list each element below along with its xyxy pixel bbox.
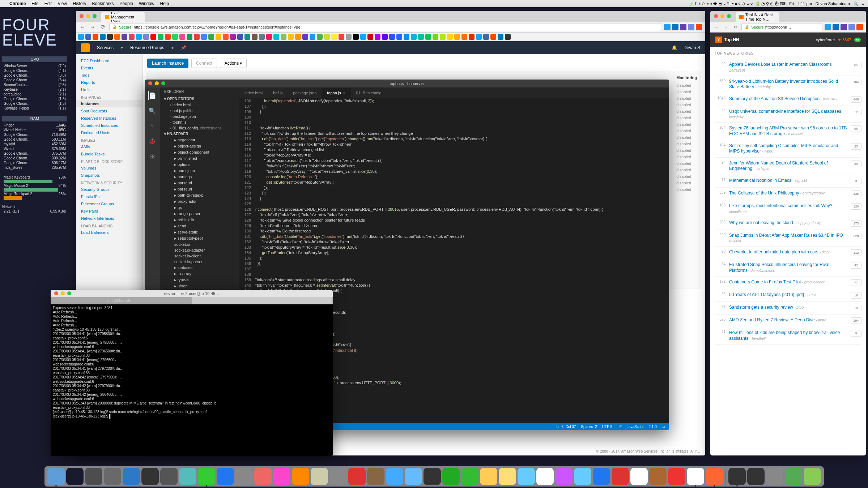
story-title[interactable]: Mathematical Notation in Emacs bbox=[729, 178, 791, 183]
back-button[interactable]: ← bbox=[79, 23, 86, 31]
menu-window[interactable]: Window bbox=[139, 1, 154, 6]
bookmark-icon[interactable] bbox=[165, 34, 171, 40]
story-title[interactable]: Containers Come to Firefox Test Pilot bbox=[729, 279, 801, 284]
file-tree-item[interactable]: ▸ qs bbox=[160, 205, 239, 211]
sidebar-item-network-interfaces[interactable]: Network Interfaces bbox=[76, 215, 142, 222]
open-editor-item[interactable]: ◦ 01_files.config .ebextensions bbox=[160, 125, 239, 131]
bookmark-icon[interactable] bbox=[382, 34, 388, 40]
dock-app-icon[interactable] bbox=[47, 468, 65, 485]
bookmark-icon[interactable] bbox=[396, 34, 402, 40]
sidebar-item-snapshots[interactable]: Snapshots bbox=[76, 172, 142, 179]
sidebar-item-load-balancers[interactable]: Load Balancers bbox=[76, 229, 142, 236]
file-tree-item[interactable]: ▸ on-finished bbox=[160, 155, 239, 162]
menubar-time[interactable]: 4:11 pm bbox=[797, 1, 812, 6]
menu-view[interactable]: View bbox=[58, 1, 67, 6]
dock-app-icon[interactable] bbox=[85, 468, 102, 485]
story-comments[interactable]: 112 bbox=[851, 249, 861, 256]
file-tree-item[interactable]: ▸ send bbox=[160, 223, 239, 229]
hn-logo-icon[interactable]: Y bbox=[715, 37, 722, 43]
story-comments[interactable]: 85 bbox=[851, 62, 861, 68]
bookmark-icon[interactable] bbox=[433, 34, 438, 40]
bookmark-icon[interactable] bbox=[288, 34, 294, 40]
sidebar-item-bundle-tasks[interactable]: Bundle Tasks bbox=[76, 150, 142, 158]
dock-app-icon[interactable] bbox=[785, 468, 802, 485]
editor-tab[interactable]: hnf.js bbox=[268, 87, 288, 98]
story-title[interactable]: 94-year-old Lithium-Ion Battery Inventor… bbox=[729, 79, 838, 90]
dock-app-icon[interactable] bbox=[424, 468, 441, 485]
encoding[interactable]: UTF-8 bbox=[602, 425, 612, 429]
bookmark-icon[interactable] bbox=[100, 34, 106, 40]
bookmark-icon[interactable] bbox=[216, 34, 221, 40]
bookmark-icon[interactable] bbox=[129, 34, 135, 40]
resource-groups-menu[interactable]: Resource Groups bbox=[130, 45, 164, 50]
bookmark-icon[interactable] bbox=[244, 34, 250, 40]
menu-edit[interactable]: Edit bbox=[44, 1, 52, 6]
story-comments[interactable]: 294 bbox=[851, 317, 861, 324]
back-button[interactable]: ← bbox=[713, 23, 720, 31]
story-row[interactable]: 35 50 Years of APL Datatypes (2016) [pdf… bbox=[715, 289, 861, 302]
close-tab-icon[interactable]: × bbox=[343, 91, 345, 95]
bookmark-icon[interactable] bbox=[122, 34, 127, 40]
menubar-user[interactable]: Devan Sabaratnam bbox=[816, 1, 850, 6]
story-comments[interactable]: 3 bbox=[851, 178, 861, 184]
dock-app-icon[interactable] bbox=[728, 468, 746, 485]
story-comments[interactable]: 120 bbox=[851, 203, 861, 210]
extension-icon[interactable] bbox=[664, 24, 671, 30]
dock-app-icon[interactable] bbox=[804, 468, 821, 485]
forward-button[interactable]: → bbox=[723, 23, 730, 31]
story-title[interactable]: Selfie: tiny self-compiling C compiler, … bbox=[729, 143, 838, 154]
extension-icon[interactable] bbox=[856, 24, 863, 30]
story-comments[interactable]: 12 bbox=[851, 109, 861, 115]
bookmark-icon[interactable] bbox=[281, 34, 286, 40]
search-icon[interactable]: 🔍 bbox=[148, 106, 157, 115]
dock-app-icon[interactable] bbox=[649, 468, 667, 485]
feedback-icon[interactable]: ☺ bbox=[662, 425, 665, 429]
menu-file[interactable]: File bbox=[31, 1, 38, 6]
dock-app-icon[interactable] bbox=[668, 468, 685, 485]
story-row[interactable]: 94 Jennifer Widom Named Dean of Stanford… bbox=[715, 158, 861, 175]
terminal-tab[interactable]: root@blaze-de… bbox=[51, 297, 192, 304]
dock-app-icon[interactable] bbox=[329, 468, 347, 485]
bookmark-icon[interactable] bbox=[143, 34, 149, 40]
dock-app-icon[interactable] bbox=[292, 468, 309, 485]
file-tree-item[interactable]: ▸ parsejson bbox=[160, 168, 239, 174]
bookmark-icon[interactable] bbox=[223, 34, 229, 40]
menu-history[interactable]: History bbox=[73, 1, 86, 6]
dock-app-icon[interactable] bbox=[405, 468, 422, 485]
dock-app-icon[interactable] bbox=[536, 468, 554, 485]
bookmark-icon[interactable] bbox=[324, 34, 330, 40]
language[interactable]: JavaScript bbox=[627, 425, 644, 429]
minimize-icon[interactable] bbox=[61, 291, 65, 295]
editor-tab[interactable]: 01_files.config bbox=[351, 87, 387, 98]
story-comments[interactable]: 29 bbox=[851, 160, 861, 167]
dock-app-icon[interactable] bbox=[104, 468, 121, 485]
story-comments[interactable]: 320 bbox=[851, 233, 861, 239]
address-bar[interactable]: 🔒 Secure https://console.aws.amazon.com/… bbox=[109, 23, 661, 31]
bookmark-icon[interactable] bbox=[179, 34, 185, 40]
aws-user[interactable]: Devan S bbox=[684, 45, 700, 50]
story-title[interactable]: How millions of kids are being shaped by… bbox=[729, 330, 840, 341]
sidebar-item-elastic-ips[interactable]: Elastic IPs bbox=[76, 193, 142, 200]
menubar-day[interactable]: Fri bbox=[789, 1, 794, 6]
bookmark-icon[interactable] bbox=[483, 34, 489, 40]
story-row[interactable]: 240 Snap Jumps in Debut After App Maker … bbox=[715, 230, 861, 247]
sidebar-item-tags[interactable]: Tags bbox=[76, 72, 142, 79]
story-title[interactable]: Why we are not leaving the cloud bbox=[729, 220, 793, 225]
launch-instance-button[interactable]: Launch Instance bbox=[147, 59, 188, 68]
story-title[interactable]: Chevrolet to offer unlimited data plan w… bbox=[729, 249, 818, 254]
story-row[interactable]: 44 Usql: universal command-line interfac… bbox=[715, 106, 861, 123]
story-comments[interactable]: 9 bbox=[851, 330, 861, 337]
bookmark-icon[interactable] bbox=[360, 34, 366, 40]
sidebar-item-events[interactable]: Events bbox=[76, 64, 142, 72]
menu-help[interactable]: Help bbox=[160, 1, 169, 6]
sidebar-item-amis[interactable]: AMIs bbox=[76, 143, 142, 150]
bookmark-icon[interactable] bbox=[85, 34, 91, 40]
bookmark-icon[interactable] bbox=[505, 34, 511, 40]
open-editor-item[interactable]: ◦ tophn.js bbox=[160, 119, 239, 125]
bookmark-icon[interactable] bbox=[498, 34, 503, 40]
reload-button[interactable]: ⟳ bbox=[99, 23, 106, 31]
file-tree-item[interactable]: ▸ path-to-regexp bbox=[160, 192, 239, 198]
dock-app-icon[interactable] bbox=[687, 468, 704, 485]
story-comments[interactable]: 42 bbox=[851, 262, 861, 269]
file-tree-item[interactable]: ▸ parseuri bbox=[160, 180, 239, 186]
